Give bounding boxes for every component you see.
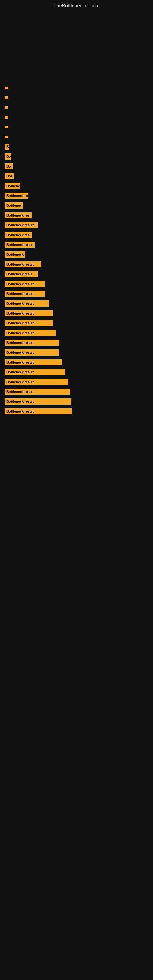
result-bar: Bottleneck result	[5, 379, 68, 385]
result-item: Bottleneck result	[5, 348, 148, 357]
result-bar	[5, 106, 8, 109]
result-bar: Bottleneck result	[5, 398, 71, 404]
result-bar: Bottlene	[5, 183, 20, 189]
result-item: Bottleneck result	[5, 397, 148, 406]
result-bar: Bottleneck result	[5, 320, 53, 326]
result-item: Bot	[5, 152, 148, 161]
result-bar: Bottleneck result	[5, 281, 45, 287]
result-item: Bottleneck resul	[5, 240, 148, 249]
result-item: Bottleneck result	[5, 407, 148, 415]
result-bar: Bottleneck result	[5, 389, 70, 395]
result-item: Bottleneck result	[5, 221, 148, 229]
result-bar: Bottleneck r	[5, 251, 26, 258]
result-item: Bottleneck result	[5, 378, 148, 386]
result-bar	[5, 87, 8, 89]
result-bar: Bottleneck result	[5, 369, 65, 375]
result-bar: Bottleneck resu	[5, 271, 38, 277]
result-bar: Bottleneck result	[5, 261, 41, 267]
result-bar	[5, 126, 8, 128]
result-bar: Bottleneck re	[5, 192, 29, 199]
result-bar: Bottleneck resul	[5, 242, 35, 248]
result-item: Bottleneck result	[5, 309, 148, 318]
result-bar: Bottleneck result	[5, 291, 45, 297]
chart-area	[5, 13, 148, 81]
result-item: Bottleneck r	[5, 250, 148, 259]
result-bar	[5, 136, 8, 138]
result-item: Bottleneck result	[5, 280, 148, 288]
result-item: Bottleneck res	[5, 211, 148, 220]
result-item: Bottleneck re	[5, 191, 148, 200]
result-bar: Bottleneck result	[5, 340, 59, 346]
result-item: Bottleneck result	[5, 368, 148, 376]
result-bar: Bottleneck result	[5, 330, 56, 336]
result-bar: Bottlenec	[5, 202, 23, 208]
result-bar: Bottleneck result	[5, 310, 53, 317]
result-bar: Bottleneck result	[5, 301, 49, 307]
result-item	[5, 133, 148, 141]
result-item: Bottleneck res	[5, 231, 148, 239]
result-item: Bottlene	[5, 181, 148, 190]
result-item: Bottleneck result	[5, 319, 148, 328]
result-bar: Bottleneck res	[5, 232, 32, 238]
result-bar: Bot	[5, 173, 14, 179]
result-bar: Bottleneck result	[5, 359, 62, 365]
result-bar	[5, 97, 8, 99]
result-bar	[5, 116, 8, 119]
result-item: Bottleneck result	[5, 387, 148, 396]
result-item: Bottleneck result	[5, 290, 148, 298]
result-item: Bot	[5, 172, 148, 180]
result-bar: Bottleneck res	[5, 212, 32, 218]
result-bar: Bot	[5, 153, 11, 159]
result-bar: Bottleneck result	[5, 350, 59, 356]
result-bar: B	[5, 144, 9, 150]
main-content: BBotBoBotBottleneBottleneck reBottlenecB…	[0, 10, 153, 420]
results-list: BBotBoBotBottleneBottleneck reBottlenecB…	[5, 84, 148, 417]
result-bar: Bottleneck result	[5, 222, 38, 228]
result-item: Bottleneck result	[5, 260, 148, 269]
result-item	[5, 103, 148, 112]
result-bar: Bo	[5, 163, 13, 169]
result-item	[5, 94, 148, 102]
site-header: TheBottlenecker.com	[0, 0, 153, 10]
result-item: Bottleneck result	[5, 358, 148, 367]
result-item	[5, 123, 148, 131]
result-item: B	[5, 142, 148, 151]
result-bar: Bottleneck result	[5, 408, 72, 414]
result-item: Bottlenec	[5, 201, 148, 210]
result-item	[5, 84, 148, 92]
site-title: TheBottlenecker.com	[0, 0, 153, 10]
result-item: Bottleneck result	[5, 299, 148, 308]
result-item: Bo	[5, 162, 148, 170]
result-item	[5, 113, 148, 122]
result-item: Bottleneck result	[5, 339, 148, 347]
result-item: Bottleneck resu	[5, 270, 148, 278]
result-item: Bottleneck result	[5, 329, 148, 337]
